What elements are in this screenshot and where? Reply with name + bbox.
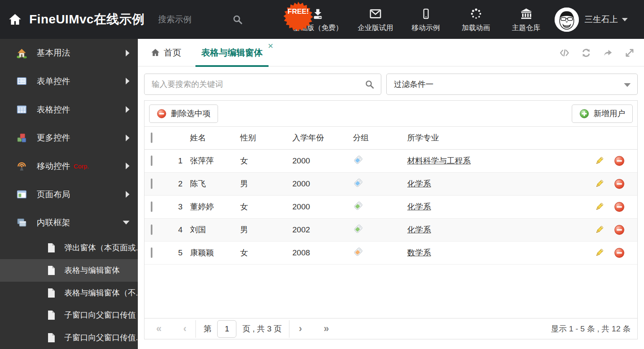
first-page-button[interactable]: « [151, 323, 167, 334]
sidebar-subitem-child-to-parent[interactable]: 子窗口向父窗口传值 [0, 304, 138, 327]
tag-icon [353, 155, 363, 165]
grid-toolbar: 删除选中项 新增用户 [145, 101, 637, 127]
sidebar-item-mobile-controls[interactable]: 移动控件 Corp. [0, 152, 138, 181]
tag-icon [353, 178, 363, 188]
frames-icon [16, 217, 28, 229]
sidebar-item-page-layout[interactable]: 页面布局 [0, 180, 138, 209]
row-number: 4 [168, 225, 190, 234]
tab-close-icon[interactable]: ✕ [268, 43, 274, 50]
sidebar-subitem-grid-edit-window[interactable]: 表格与编辑窗体 [0, 259, 138, 282]
sidebar-item-more-controls[interactable]: 更多控件 [0, 124, 138, 152]
avatar [555, 8, 579, 32]
page-number-input[interactable] [217, 320, 236, 338]
source-code-icon[interactable] [559, 48, 570, 58]
add-user-button[interactable]: 新增用户 [572, 104, 633, 123]
user-caret-icon [622, 18, 628, 21]
row-number: 1 [168, 156, 190, 166]
top-header: FineUIMvc在线示例 FREE! 基础版（免费） 企业版试用 移动示例 [0, 0, 644, 39]
sidebar-item-basic-usage[interactable]: 基本用法 [0, 39, 138, 67]
cell-name: 刘国 [190, 224, 240, 235]
share-icon[interactable] [603, 48, 613, 58]
sidebar-subitem-grid-edit-window-alt[interactable]: 表格与编辑窗体（不... [0, 282, 138, 304]
user-menu[interactable]: 三生石上 [555, 8, 628, 32]
next-page-button[interactable]: › [294, 323, 307, 334]
tab-home[interactable]: 首页 [150, 47, 181, 59]
page-icon [47, 310, 56, 320]
delete-row-icon[interactable] [614, 224, 625, 235]
cell-year: 2000 [292, 179, 353, 189]
table-row: 5 康颖颖 女 2008 数学系 [145, 242, 637, 265]
edit-pencil-icon[interactable] [594, 247, 605, 258]
expand-icon[interactable] [624, 48, 635, 58]
col-header-name[interactable]: 姓名 [190, 132, 240, 143]
grid-empty-space [145, 265, 637, 318]
nav-item-loading-animation[interactable]: 加载动画 [459, 6, 494, 33]
edit-pencil-icon[interactable] [594, 201, 605, 212]
expand-arrow-icon [126, 106, 129, 113]
major-link[interactable]: 化学系 [407, 225, 431, 234]
delete-selected-button[interactable]: 删除选中项 [149, 104, 218, 123]
pager-divider [289, 320, 289, 338]
col-header-major[interactable]: 所学专业 [407, 132, 594, 143]
nav-item-mobile-demo[interactable]: 移动示例 [408, 6, 444, 33]
last-page-button[interactable]: » [319, 323, 334, 334]
pager-divider [195, 320, 196, 338]
col-header-year[interactable]: 入学年份 [292, 132, 353, 143]
refresh-icon[interactable] [581, 48, 591, 58]
sidebar-item-form-controls[interactable]: 表单控件 [0, 67, 138, 96]
cell-name: 陈飞 [190, 178, 240, 189]
col-header-group[interactable]: 分组 [353, 132, 407, 143]
row-checkbox[interactable] [151, 201, 152, 212]
delete-row-icon[interactable] [614, 247, 625, 258]
main-area: 首页 表格与编辑窗体 ✕ [138, 39, 644, 349]
row-checkbox[interactable] [151, 155, 152, 166]
col-header-gender[interactable]: 性别 [240, 132, 292, 143]
table-row: 3 董婷婷 女 2000 化学系 [145, 196, 637, 219]
major-link[interactable]: 材料科学与工程系 [407, 156, 471, 165]
edit-pencil-icon[interactable] [594, 178, 605, 189]
cell-gender: 男 [240, 178, 292, 189]
form-icon [16, 75, 28, 87]
delete-row-icon[interactable] [614, 201, 625, 212]
major-link[interactable]: 数学系 [407, 248, 431, 257]
chevron-down-icon [624, 83, 631, 87]
delete-row-icon[interactable] [614, 155, 625, 166]
major-link[interactable]: 化学系 [407, 202, 431, 211]
row-checkbox[interactable] [151, 247, 152, 258]
cell-year: 2002 [292, 225, 353, 234]
grid-panel: 删除选中项 新增用户 姓名 性别 入学年份 分组 [144, 100, 638, 339]
sidebar-item-iframe[interactable]: 内联框架 [0, 209, 138, 237]
search-icon[interactable] [232, 14, 243, 25]
row-checkbox[interactable] [151, 224, 152, 235]
edit-pencil-icon[interactable] [594, 224, 605, 235]
edit-pencil-icon[interactable] [594, 155, 605, 166]
sidebar-subitem-child-to-parent-alt[interactable]: 子窗口向父窗口传值... [0, 326, 138, 349]
free-badge-label: FREE! [288, 8, 309, 15]
delete-row-icon[interactable] [614, 178, 625, 189]
nav-item-theme-store[interactable]: 主题仓库 [509, 6, 544, 33]
collapse-arrow-icon [123, 221, 129, 224]
page-count-label: 页 , 共 3 页 [242, 324, 281, 334]
header-search[interactable] [158, 15, 231, 24]
filter-dropdown[interactable]: 过滤条件一 [386, 74, 638, 95]
sidebar-subitem-popup-window[interactable]: 弹出窗体（本页面或... [0, 237, 138, 259]
page-icon [47, 288, 56, 298]
page-icon [47, 333, 56, 343]
pagination-bar: « ‹ 第 页 , 共 3 页 › » 显示 1 - 5 条 , 共 12 条 [145, 318, 637, 339]
nav-item-enterprise-trial[interactable]: 企业版试用 [358, 6, 393, 33]
header-search-input[interactable] [158, 15, 231, 24]
select-all-checkbox[interactable] [151, 132, 152, 143]
sidebar-item-grid-controls[interactable]: 表格控件 [0, 95, 138, 124]
expand-arrow-icon [126, 191, 129, 198]
major-link[interactable]: 化学系 [407, 179, 431, 188]
home-icon[interactable] [8, 12, 23, 27]
prev-page-button[interactable]: ‹ [178, 323, 192, 334]
row-checkbox[interactable] [151, 178, 152, 189]
table-header-row: 姓名 性别 入学年份 分组 所学专业 [145, 127, 637, 150]
search-icon[interactable] [365, 79, 375, 89]
expand-arrow-icon [126, 135, 129, 141]
row-number: 5 [168, 248, 190, 257]
bank-icon [519, 6, 533, 20]
tab-grid-edit-window[interactable]: 表格与编辑窗体 ✕ [195, 39, 269, 66]
keyword-search-input[interactable] [145, 74, 381, 94]
